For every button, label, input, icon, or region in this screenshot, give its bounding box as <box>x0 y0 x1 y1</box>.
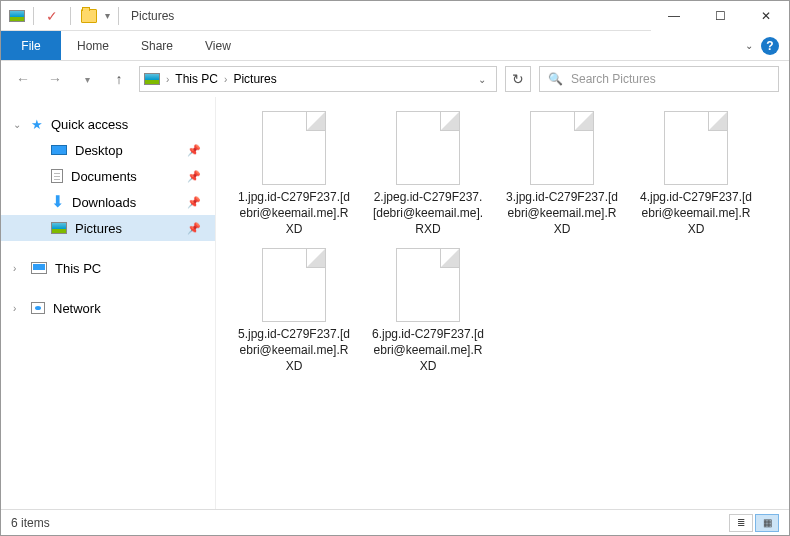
sidebar-item-quick-access[interactable]: ⌄ ★ Quick access <box>1 111 215 137</box>
file-item[interactable]: 1.jpg.id-C279F237.[debri@keemail.me].RXD <box>236 111 352 238</box>
file-icon <box>664 111 728 185</box>
close-button[interactable]: ✕ <box>743 1 789 31</box>
file-icon <box>396 248 460 322</box>
nav-forward-button[interactable]: → <box>43 67 67 91</box>
file-icon <box>396 111 460 185</box>
tab-view[interactable]: View <box>189 31 247 60</box>
pin-icon: 📌 <box>187 196 201 209</box>
file-item[interactable]: 2.jpeg.id-C279F237.[debri@keemail.me].RX… <box>370 111 486 238</box>
search-box[interactable]: 🔍 <box>539 66 779 92</box>
sidebar-item-desktop[interactable]: Desktop 📌 <box>1 137 215 163</box>
star-icon: ★ <box>31 117 43 132</box>
status-item-count: 6 items <box>11 516 50 530</box>
file-name-label: 2.jpeg.id-C279F237.[debri@keemail.me].RX… <box>370 189 486 238</box>
status-bar: 6 items ≣ ▦ <box>1 509 789 535</box>
qat-dropdown-icon[interactable]: ▾ <box>105 10 110 21</box>
file-item[interactable]: 5.jpg.id-C279F237.[debri@keemail.me].RXD <box>236 248 352 375</box>
file-name-label: 3.jpg.id-C279F237.[debri@keemail.me].RXD <box>504 189 620 238</box>
desktop-icon <box>51 145 67 155</box>
navigation-pane: ⌄ ★ Quick access Desktop 📌 Documents 📌 ⬇… <box>1 97 216 509</box>
sidebar-label: Network <box>53 301 101 316</box>
sidebar-label: Downloads <box>72 195 136 210</box>
sidebar-label: Desktop <box>75 143 123 158</box>
address-row: ← → ▾ ↑ › This PC › Pictures ⌄ ↻ 🔍 <box>1 61 789 97</box>
file-name-label: 4.jpg.id-C279F237.[debri@keemail.me].RXD <box>638 189 754 238</box>
sidebar-item-downloads[interactable]: ⬇ Downloads 📌 <box>1 189 215 215</box>
tree-expand-icon[interactable]: ⌄ <box>13 119 21 130</box>
maximize-button[interactable]: ☐ <box>697 1 743 31</box>
pictures-icon <box>51 222 67 234</box>
file-icon <box>262 248 326 322</box>
sidebar-label: Pictures <box>75 221 122 236</box>
file-tab[interactable]: File <box>1 31 61 60</box>
tree-expand-icon[interactable]: › <box>13 303 16 314</box>
file-name-label: 1.jpg.id-C279F237.[debri@keemail.me].RXD <box>236 189 352 238</box>
file-item[interactable]: 3.jpg.id-C279F237.[debri@keemail.me].RXD <box>504 111 620 238</box>
app-icon <box>9 10 25 22</box>
minimize-button[interactable]: — <box>651 1 697 31</box>
location-icon <box>144 73 160 85</box>
refresh-button[interactable]: ↻ <box>505 66 531 92</box>
search-input[interactable] <box>571 72 770 86</box>
this-pc-icon <box>31 262 47 274</box>
file-content-area[interactable]: 1.jpg.id-C279F237.[debri@keemail.me].RXD… <box>216 97 789 509</box>
file-item[interactable]: 6.jpg.id-C279F237.[debri@keemail.me].RXD <box>370 248 486 375</box>
breadcrumb-current[interactable]: Pictures <box>233 72 276 86</box>
tree-expand-icon[interactable]: › <box>13 263 16 274</box>
ribbon: File Home Share View ⌄ ? <box>1 31 789 61</box>
sidebar-item-documents[interactable]: Documents 📌 <box>1 163 215 189</box>
address-dropdown-icon[interactable]: ⌄ <box>472 74 492 85</box>
tab-share[interactable]: Share <box>125 31 189 60</box>
network-icon <box>31 302 45 314</box>
sidebar-label: Quick access <box>51 117 128 132</box>
tab-home[interactable]: Home <box>61 31 125 60</box>
sidebar-label: Documents <box>71 169 137 184</box>
help-icon[interactable]: ? <box>761 37 779 55</box>
nav-back-button[interactable]: ← <box>11 67 35 91</box>
nav-up-button[interactable]: ↑ <box>107 67 131 91</box>
download-icon: ⬇ <box>51 194 64 210</box>
pin-icon: 📌 <box>187 144 201 157</box>
pin-icon: 📌 <box>187 222 201 235</box>
sidebar-item-network[interactable]: › Network <box>1 295 215 321</box>
breadcrumb-root[interactable]: This PC <box>175 72 218 86</box>
sidebar-item-this-pc[interactable]: › This PC <box>1 255 215 281</box>
chevron-right-icon[interactable]: › <box>224 74 227 85</box>
qat-folder-icon[interactable] <box>79 6 99 26</box>
ribbon-collapse-icon[interactable]: ⌄ <box>745 40 753 51</box>
chevron-right-icon[interactable]: › <box>166 74 169 85</box>
document-icon <box>51 169 63 183</box>
view-large-icons-button[interactable]: ▦ <box>755 514 779 532</box>
file-name-label: 5.jpg.id-C279F237.[debri@keemail.me].RXD <box>236 326 352 375</box>
pin-icon: 📌 <box>187 170 201 183</box>
qat-checkbox-icon[interactable]: ✓ <box>42 6 62 26</box>
address-bar[interactable]: › This PC › Pictures ⌄ <box>139 66 497 92</box>
sidebar-item-pictures[interactable]: Pictures 📌 <box>1 215 215 241</box>
file-icon <box>530 111 594 185</box>
sidebar-label: This PC <box>55 261 101 276</box>
window-title: Pictures <box>131 9 174 23</box>
file-name-label: 6.jpg.id-C279F237.[debri@keemail.me].RXD <box>370 326 486 375</box>
view-details-button[interactable]: ≣ <box>729 514 753 532</box>
nav-recent-dropdown[interactable]: ▾ <box>75 67 99 91</box>
file-icon <box>262 111 326 185</box>
title-bar: ✓ ▾ Pictures — ☐ ✕ <box>1 1 789 31</box>
search-icon: 🔍 <box>548 72 563 86</box>
file-item[interactable]: 4.jpg.id-C279F237.[debri@keemail.me].RXD <box>638 111 754 238</box>
